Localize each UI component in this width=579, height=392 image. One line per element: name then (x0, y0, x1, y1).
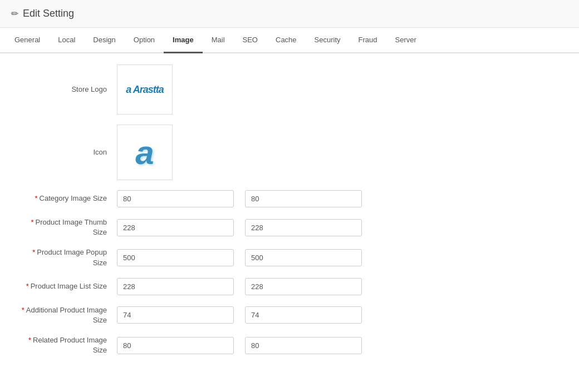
tab-server[interactable]: Server (386, 28, 425, 53)
page-header: ✏ Edit Setting (0, 0, 579, 28)
store-logo-label: Store Logo (17, 85, 117, 95)
related-product-inputs (117, 337, 562, 354)
additional-product-label: *Additional Product Image Size (17, 305, 117, 325)
tab-general[interactable]: General (6, 28, 49, 53)
related-product-row: *Related Product Image Size (17, 335, 562, 355)
product-image-thumb-height[interactable] (245, 219, 362, 236)
icon-label: Icon (17, 147, 117, 157)
store-logo-image: a Arastta (117, 64, 173, 115)
product-image-thumb-label: *Product Image Thumb Size (17, 217, 117, 237)
store-logo-text: a Arastta (126, 84, 163, 96)
required-star: * (35, 194, 38, 202)
tab-design[interactable]: Design (84, 28, 124, 53)
required-star-6: * (28, 336, 31, 344)
tabs-bar: General Local Design Option Image Mail S… (0, 28, 579, 53)
tab-fraud[interactable]: Fraud (350, 28, 386, 53)
product-image-thumb-width[interactable] (117, 219, 234, 236)
product-image-popup-row: *Product Image Popup Size (17, 247, 562, 267)
tab-security[interactable]: Security (306, 28, 350, 53)
related-product-width[interactable] (117, 337, 234, 354)
content-area: Store Logo a Arastta Icon a *Category Im… (0, 53, 579, 377)
required-star-2: * (31, 218, 34, 226)
page-title: Edit Setting (23, 8, 74, 19)
icon-row: Icon a (17, 125, 562, 180)
additional-product-row: *Additional Product Image Size (17, 305, 562, 325)
category-image-size-row: *Category Image Size (17, 190, 562, 207)
required-star-5: * (22, 306, 24, 314)
product-image-popup-inputs (117, 249, 562, 266)
additional-product-height[interactable] (245, 306, 362, 324)
tab-mail[interactable]: Mail (203, 28, 234, 53)
category-image-size-height[interactable] (245, 190, 362, 207)
additional-product-inputs (117, 306, 562, 324)
additional-product-width[interactable] (117, 306, 234, 324)
related-product-height[interactable] (245, 337, 362, 354)
icon-letter: a (135, 133, 154, 172)
product-image-thumb-inputs (117, 219, 562, 236)
product-image-list-row: *Product Image List Size (17, 278, 562, 295)
tab-option[interactable]: Option (125, 28, 164, 53)
store-logo-row: Store Logo a Arastta (17, 64, 562, 115)
tab-cache[interactable]: Cache (267, 28, 306, 53)
product-image-list-inputs (117, 278, 562, 295)
tab-seo[interactable]: SEO (234, 28, 267, 53)
required-star-4: * (26, 282, 29, 290)
product-image-popup-label: *Product Image Popup Size (17, 247, 117, 267)
product-image-popup-height[interactable] (245, 249, 362, 266)
edit-icon: ✏ (11, 8, 18, 19)
category-image-size-label: *Category Image Size (17, 193, 117, 204)
tab-local[interactable]: Local (49, 28, 84, 53)
category-image-size-width[interactable] (117, 190, 234, 207)
related-product-label: *Related Product Image Size (17, 335, 117, 355)
product-image-list-label: *Product Image List Size (17, 281, 117, 291)
category-image-size-inputs (117, 190, 562, 207)
product-image-list-height[interactable] (245, 278, 362, 295)
product-image-list-width[interactable] (117, 278, 234, 295)
icon-image: a (117, 125, 173, 180)
page-wrapper: ✏ Edit Setting General Local Design Opti… (0, 0, 579, 392)
tab-image[interactable]: Image (164, 28, 203, 53)
product-image-popup-width[interactable] (117, 249, 234, 266)
product-image-thumb-row: *Product Image Thumb Size (17, 217, 562, 237)
required-star-3: * (32, 248, 35, 256)
